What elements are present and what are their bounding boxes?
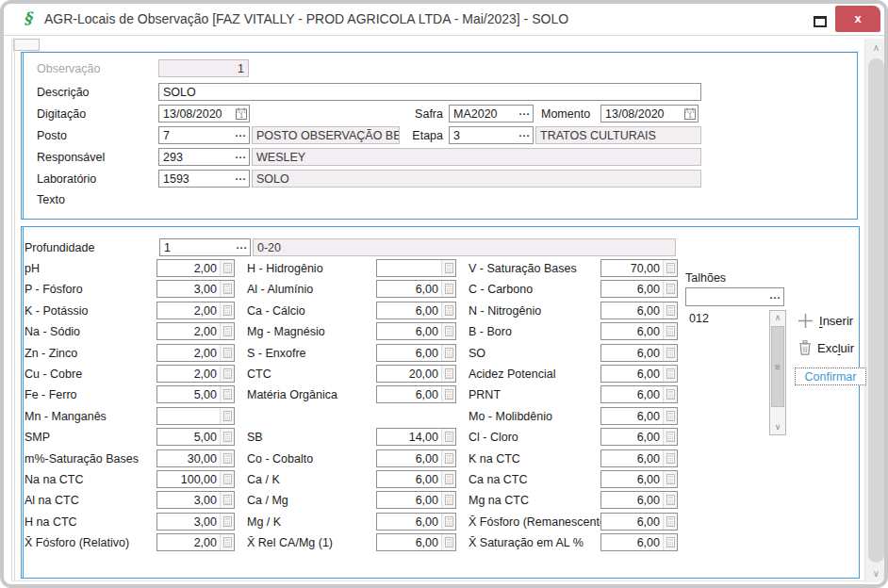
calculator-icon[interactable] <box>663 471 677 487</box>
calculator-icon[interactable] <box>220 366 234 382</box>
talhoes-scrollbar-thumb[interactable]: ≡ <box>771 326 784 407</box>
calculator-icon[interactable] <box>220 302 234 318</box>
analysis-value-input[interactable]: 6,00 <box>601 386 663 402</box>
analysis-value-input[interactable]: 6,00 <box>601 534 663 550</box>
calculator-icon[interactable] <box>663 492 677 508</box>
descricao-value[interactable]: SOLO <box>159 86 700 99</box>
calendar-icon[interactable]: 1 <box>682 107 698 120</box>
analysis-value-input[interactable]: 3,00 <box>157 492 220 508</box>
calculator-icon[interactable] <box>663 281 677 297</box>
calculator-icon[interactable] <box>441 260 455 276</box>
etapa-code-input[interactable]: 3 ... <box>449 126 534 144</box>
calculator-icon[interactable] <box>441 534 455 550</box>
calculator-icon[interactable] <box>220 534 234 550</box>
calculator-icon[interactable] <box>220 323 234 339</box>
calculator-icon[interactable] <box>663 450 677 466</box>
calculator-icon[interactable] <box>441 281 455 297</box>
analysis-value-input[interactable]: 6,00 <box>601 366 663 382</box>
analysis-value-input[interactable]: 6,00 <box>377 492 441 508</box>
analysis-value-input[interactable]: 6,00 <box>377 345 441 361</box>
calculator-icon[interactable] <box>441 471 455 487</box>
calendar-icon[interactable]: 1 <box>234 107 249 120</box>
analysis-value-input[interactable]: 6,00 <box>601 281 663 297</box>
analysis-value-input[interactable]: 14,00 <box>377 429 441 445</box>
calculator-icon[interactable] <box>441 492 455 508</box>
profundidade-code[interactable]: 1 <box>160 241 234 254</box>
analysis-value-input[interactable]: 6,00 <box>377 281 441 297</box>
talhoes-list-item[interactable]: 012 <box>689 312 709 325</box>
calculator-icon[interactable] <box>220 345 234 361</box>
calculator-icon[interactable] <box>663 260 677 276</box>
analysis-value-input[interactable] <box>377 260 441 276</box>
lookup-icon[interactable]: ... <box>233 150 249 164</box>
calculator-icon[interactable] <box>663 408 677 424</box>
safra-lookup-input[interactable]: MA2020 ... <box>449 105 534 122</box>
calculator-icon[interactable] <box>663 345 677 361</box>
analysis-value-input[interactable]: 6,00 <box>601 323 663 339</box>
digitacao-date-input[interactable]: 13/08/2020 1 <box>158 105 250 122</box>
analysis-value-input[interactable]: 6,00 <box>377 450 441 466</box>
momento-date-input[interactable]: 13/08/2020 1 <box>600 105 699 122</box>
analysis-value-input[interactable]: 6,00 <box>601 492 663 508</box>
analysis-value-input[interactable]: 6,00 <box>601 514 663 530</box>
calculator-icon[interactable] <box>663 302 677 318</box>
analysis-value-input[interactable]: 2,00 <box>157 366 220 382</box>
calculator-icon[interactable] <box>663 323 677 339</box>
calculator-icon[interactable] <box>441 386 455 402</box>
calculator-icon[interactable] <box>441 429 455 445</box>
analysis-value-input[interactable]: 6,00 <box>377 514 441 530</box>
analysis-value-input[interactable]: 2,00 <box>157 260 220 276</box>
window-scrollbar-thumb[interactable] <box>868 58 884 563</box>
close-button[interactable]: x <box>835 6 880 32</box>
analysis-value-input[interactable]: 6,00 <box>377 534 441 550</box>
calculator-icon[interactable] <box>220 281 234 297</box>
analysis-value-input[interactable]: 20,00 <box>377 366 441 382</box>
lookup-icon[interactable]: ... <box>233 172 249 186</box>
responsavel-code-input[interactable]: 293 ... <box>158 148 250 166</box>
analysis-value-input[interactable]: 6,00 <box>601 302 663 318</box>
analysis-value-input[interactable]: 5,00 <box>157 429 220 445</box>
inserir-button[interactable]: Inserir <box>798 313 853 329</box>
analysis-value-input[interactable]: 70,00 <box>601 260 663 276</box>
calculator-icon[interactable] <box>441 450 455 466</box>
scroll-up-icon[interactable]: ∧ <box>770 311 785 325</box>
analysis-value-input[interactable]: 3,00 <box>157 281 220 297</box>
calculator-icon[interactable] <box>220 260 234 276</box>
analysis-value-input[interactable]: 6,00 <box>377 323 441 339</box>
excluir-button[interactable]: Excluir <box>798 340 854 355</box>
calculator-icon[interactable] <box>220 450 234 466</box>
calculator-icon[interactable] <box>220 386 234 402</box>
calculator-icon[interactable] <box>663 386 677 402</box>
laboratorio-code[interactable]: 1593 <box>159 172 233 186</box>
talhoes-scrollbar[interactable]: ∧ ≡ ∨ <box>769 310 786 435</box>
scroll-up-icon[interactable]: ∧ <box>865 42 887 53</box>
calculator-icon[interactable] <box>663 514 677 530</box>
analysis-value-input[interactable]: 5,00 <box>157 386 220 402</box>
analysis-value-input[interactable]: 2,00 <box>157 534 220 550</box>
calculator-icon[interactable] <box>441 323 455 339</box>
scroll-down-icon[interactable]: ∨ <box>770 420 785 434</box>
analysis-value-input[interactable]: 6,00 <box>377 471 441 487</box>
calculator-icon[interactable] <box>441 345 455 361</box>
analysis-value-input[interactable]: 3,00 <box>157 514 220 530</box>
analysis-value-input[interactable]: 2,00 <box>157 323 220 339</box>
responsavel-code[interactable]: 293 <box>159 151 233 164</box>
analysis-value-input[interactable] <box>157 408 220 424</box>
etapa-code[interactable]: 3 <box>450 129 517 142</box>
calculator-icon[interactable] <box>663 366 677 382</box>
lookup-icon[interactable]: ... <box>517 106 533 121</box>
analysis-value-input[interactable]: 6,00 <box>601 450 663 466</box>
calculator-icon[interactable] <box>663 534 677 550</box>
calculator-icon[interactable] <box>441 302 455 318</box>
talhoes-lookup-input[interactable]: ... <box>685 287 784 306</box>
momento-value[interactable]: 13/08/2020 <box>601 107 682 121</box>
calculator-icon[interactable] <box>220 514 234 530</box>
calculator-icon[interactable] <box>220 492 234 508</box>
analysis-value-input[interactable]: 100,00 <box>157 471 220 487</box>
lookup-icon[interactable]: ... <box>767 290 783 304</box>
lookup-icon[interactable]: ... <box>233 128 249 142</box>
descricao-input[interactable]: SOLO <box>158 83 701 101</box>
posto-code-input[interactable]: 7 ... <box>158 126 250 144</box>
scroll-down-icon[interactable]: ∨ <box>865 568 887 579</box>
calculator-icon[interactable] <box>441 366 455 382</box>
